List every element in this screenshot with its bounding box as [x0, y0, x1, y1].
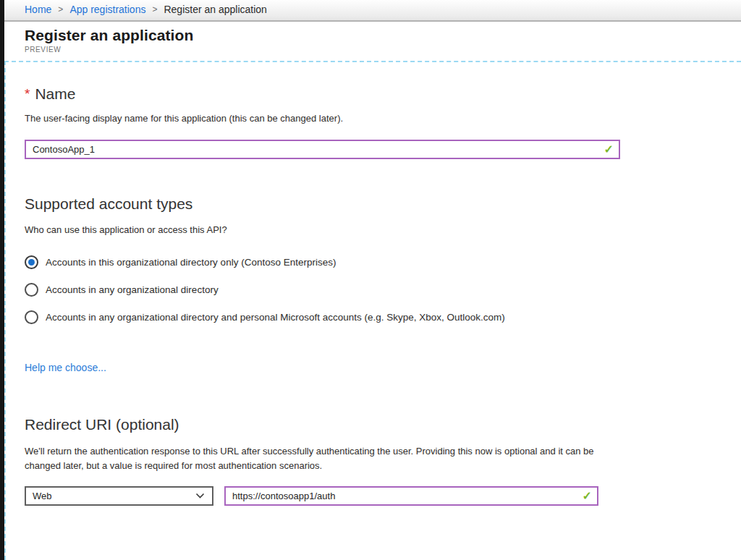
- register-application-blade: Home > App registrations > Register an a…: [0, 0, 741, 560]
- radio-button-icon[interactable]: [25, 255, 38, 269]
- breadcrumb-separator-icon: >: [58, 4, 63, 14]
- radio-option-label[interactable]: Accounts in this organizational director…: [46, 257, 336, 268]
- platform-select-value: Web: [33, 491, 52, 501]
- name-section-title: Name: [35, 85, 75, 102]
- radio-option-label[interactable]: Accounts in any organizational directory…: [46, 312, 505, 323]
- help-me-choose-link[interactable]: Help me choose...: [25, 362, 106, 373]
- redirect-uri-description: We'll return the authentication response…: [25, 444, 631, 473]
- breadcrumb-app-registrations-link[interactable]: App registrations: [69, 4, 145, 15]
- name-section-heading: *Name: [25, 85, 741, 103]
- page-title: Register an application: [25, 27, 741, 44]
- account-types-heading: Supported account types: [25, 195, 741, 213]
- redirect-uri-heading: Redirect URI (optional): [25, 416, 741, 433]
- chevron-down-icon: [195, 493, 205, 499]
- breadcrumb-separator-icon: >: [152, 4, 157, 14]
- radio-option-this-directory[interactable]: Accounts in this organizational director…: [25, 255, 741, 269]
- radio-option-any-directory-personal[interactable]: Accounts in any organizational directory…: [25, 310, 741, 324]
- radio-button-icon[interactable]: [25, 283, 38, 297]
- app-name-input[interactable]: ContosoApp_1: [25, 140, 620, 159]
- radio-button-icon[interactable]: [25, 310, 38, 324]
- account-types-radio-group: Accounts in this organizational director…: [25, 255, 741, 324]
- platform-select[interactable]: Web: [25, 486, 213, 506]
- blade-content: *Name The user-facing display name for t…: [4, 61, 741, 560]
- breadcrumb: Home > App registrations > Register an a…: [4, 0, 741, 22]
- redirect-uri-input[interactable]: https://contosoapp1/auth: [224, 486, 598, 506]
- radio-option-label[interactable]: Accounts in any organizational directory: [46, 284, 219, 295]
- breadcrumb-current-page: Register an application: [164, 4, 266, 15]
- breadcrumb-home-link[interactable]: Home: [25, 4, 51, 15]
- blade-header: Register an application PREVIEW: [4, 22, 741, 61]
- redirect-uri-controls: Web https://contosoapp1/auth ✓: [25, 486, 741, 506]
- preview-badge: PREVIEW: [25, 46, 741, 54]
- name-description: The user-facing display name for this ap…: [25, 113, 741, 124]
- account-types-question: Who can use this application or access t…: [25, 224, 741, 235]
- radio-option-any-directory[interactable]: Accounts in any organizational directory: [25, 283, 741, 297]
- required-asterisk: *: [25, 86, 30, 101]
